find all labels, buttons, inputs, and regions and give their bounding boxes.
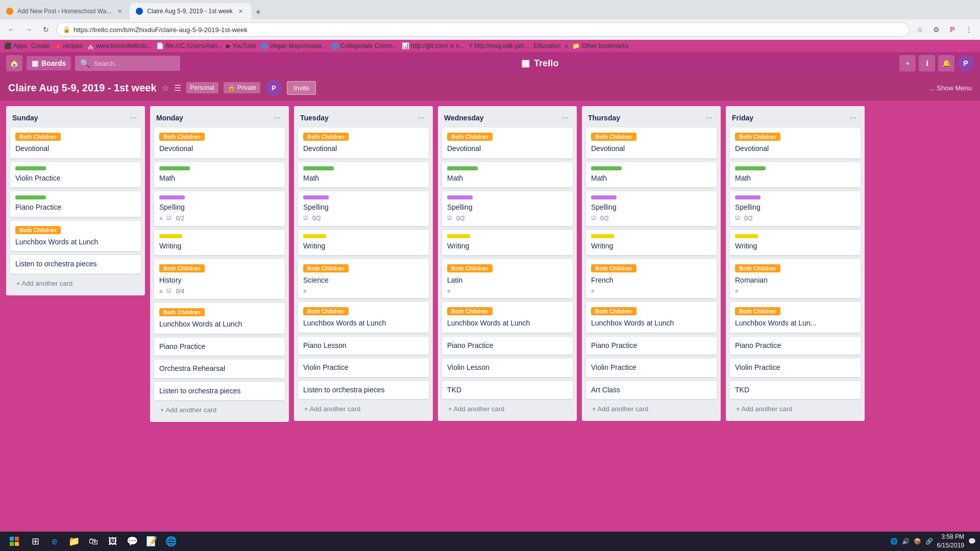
- boards-button[interactable]: ▦ Boards: [27, 56, 71, 70]
- card-s3[interactable]: Piano Practice: [10, 191, 141, 217]
- card-t6[interactable]: Both ChildrenLunchbox Words at Lunch: [298, 302, 429, 333]
- invite-button[interactable]: Invite: [287, 81, 316, 95]
- search-input[interactable]: [93, 60, 175, 67]
- card-f6[interactable]: Both ChildrenLunchbox Words at Lun...: [730, 302, 861, 333]
- explorer-icon[interactable]: 📁: [65, 534, 83, 549]
- board-avatar[interactable]: P: [265, 80, 282, 96]
- private-tag[interactable]: 🔒 Private: [224, 82, 260, 93]
- card-th7[interactable]: Piano Practice: [586, 337, 717, 355]
- tab-close-blog[interactable]: ✕: [115, 7, 124, 15]
- bookmark-create[interactable]: Create: [31, 42, 50, 49]
- card-f7[interactable]: Piano Practice: [730, 337, 861, 355]
- bookmark-collegedale[interactable]: 🌐 Collegedale Comm...: [331, 42, 398, 49]
- card-m6[interactable]: Both ChildrenLunchbox Words at Lunch: [154, 303, 285, 334]
- extensions-icon[interactable]: ⚙: [929, 22, 943, 37]
- card-w5[interactable]: Both ChildrenLatin≡: [442, 259, 573, 298]
- bookmark-apps[interactable]: ⬛ Apps: [4, 42, 27, 49]
- card-t5[interactable]: Both ChildrenScience≡: [298, 259, 429, 298]
- card-s5[interactable]: Listen to orchestra pieces: [10, 255, 141, 273]
- card-f1[interactable]: Both ChildrenDevotional: [730, 128, 861, 158]
- info-button[interactable]: ℹ: [919, 55, 935, 71]
- card-w4[interactable]: Writing: [442, 230, 573, 256]
- bookmark-recipes[interactable]: 🔖 recipes: [54, 42, 83, 49]
- personal-tag[interactable]: Personal: [186, 82, 218, 93]
- card-w6[interactable]: Both ChildrenLunchbox Words at Lunch: [442, 302, 573, 333]
- add-card-btn-wednesday[interactable]: + Add another card: [442, 401, 573, 417]
- card-w1[interactable]: Both ChildrenDevotional: [442, 128, 573, 158]
- card-w2[interactable]: Math: [442, 162, 573, 188]
- card-th8[interactable]: Violin Practice: [586, 359, 717, 377]
- user-avatar[interactable]: P: [958, 55, 974, 71]
- card-t9[interactable]: Listen to orchestra pieces: [298, 381, 429, 399]
- card-th3[interactable]: Spelling☑0/2: [586, 191, 717, 226]
- card-t2[interactable]: Math: [298, 162, 429, 188]
- chrome-taskbar-icon[interactable]: 🌐: [162, 534, 180, 549]
- card-t3[interactable]: Spelling☑0/2: [298, 191, 429, 226]
- card-t7[interactable]: Piano Lesson: [298, 337, 429, 355]
- bookmark-knoxville[interactable]: ⛪ www.knoxvillefirstc...: [87, 42, 152, 49]
- taskview-button[interactable]: ⊞: [27, 534, 44, 549]
- bookmark-more[interactable]: »: [565, 42, 569, 49]
- bookmark-youtube[interactable]: ▶ YouTube: [226, 42, 256, 49]
- store-icon[interactable]: 🛍: [85, 534, 102, 549]
- card-w8[interactable]: Violin Lesson: [442, 359, 573, 377]
- address-bar[interactable]: 🔒 https://trello.com/b/mZhixduF/claire-a…: [56, 22, 910, 37]
- bookmark-yahoo[interactable]: Y http://msg.edit.yah...: [469, 42, 529, 49]
- forward-button[interactable]: →: [21, 22, 36, 37]
- column-menu-sunday[interactable]: ···: [128, 111, 139, 124]
- pinterest-icon[interactable]: P: [945, 22, 960, 37]
- add-card-btn-sunday[interactable]: + Add another card: [10, 276, 141, 291]
- card-f4[interactable]: Writing: [730, 230, 861, 256]
- card-t8[interactable]: Violin Practice: [298, 359, 429, 377]
- card-th6[interactable]: Both ChildrenLunchbox Words at Lunch: [586, 302, 717, 333]
- card-f8[interactable]: Violin Practice: [730, 359, 861, 377]
- card-m1[interactable]: Both ChildrenDevotional: [154, 128, 285, 158]
- card-f2[interactable]: Math: [730, 162, 861, 188]
- bookmark-vegan[interactable]: 🌐 Vegan Mayonnaise...: [260, 42, 327, 49]
- card-m4[interactable]: Writing: [154, 230, 285, 256]
- add-card-btn-friday[interactable]: + Add another card: [730, 401, 861, 417]
- add-card-btn-thursday[interactable]: + Add another card: [586, 401, 717, 417]
- new-tab-button[interactable]: +: [251, 5, 265, 19]
- card-th5[interactable]: Both ChildrenFrench≡: [586, 259, 717, 298]
- column-menu-thursday[interactable]: ···: [704, 111, 715, 124]
- card-th1[interactable]: Both ChildrenDevotional: [586, 128, 717, 158]
- start-button[interactable]: [4, 534, 24, 549]
- card-m2[interactable]: Math: [154, 162, 285, 188]
- card-s1[interactable]: Both ChildrenDevotional: [10, 128, 141, 158]
- add-card-btn-monday[interactable]: + Add another card: [154, 402, 285, 418]
- bookmark-other[interactable]: 📁 Other bookmarks: [572, 42, 628, 49]
- card-t1[interactable]: Both ChildrenDevotional: [298, 128, 429, 158]
- bookmark-file[interactable]: 📄 file:///C:/Users/Adri...: [156, 42, 222, 49]
- chrome-menu[interactable]: ⋮: [962, 22, 976, 37]
- word-icon[interactable]: 📝: [143, 534, 160, 549]
- show-menu-button[interactable]: ... Show Menu: [929, 84, 972, 92]
- skype-icon[interactable]: 💬: [124, 534, 141, 549]
- card-m3[interactable]: Spelling≡☑0/2: [154, 191, 285, 226]
- reload-button[interactable]: ↻: [39, 22, 53, 37]
- card-w9[interactable]: TKD: [442, 381, 573, 399]
- bookmark-jjill[interactable]: 📊 http://jjill.com/ is n...: [402, 42, 464, 49]
- card-th9[interactable]: Art Class: [586, 381, 717, 399]
- column-menu-friday[interactable]: ···: [848, 111, 859, 124]
- tab-blog[interactable]: Add New Post ‹ Homeschool Wa... ✕: [0, 3, 130, 19]
- menu-icon[interactable]: ☰: [174, 83, 181, 93]
- taskbar-clock[interactable]: 3:58 PM 6/15/2019: [937, 533, 964, 550]
- tab-trello[interactable]: Claire Aug 5-9, 2019 - 1st week ✕: [130, 3, 251, 19]
- back-button[interactable]: ←: [4, 22, 18, 37]
- card-th2[interactable]: Math: [586, 162, 717, 188]
- card-f3[interactable]: Spelling☑0/2: [730, 191, 861, 226]
- card-f9[interactable]: TKD: [730, 381, 861, 399]
- card-w7[interactable]: Piano Practice: [442, 337, 573, 355]
- card-m8[interactable]: Orchestra Rehearsal: [154, 360, 285, 378]
- photos-icon[interactable]: 🖼: [104, 534, 121, 549]
- home-button[interactable]: 🏠: [6, 55, 22, 71]
- card-s2[interactable]: Violin Practice: [10, 162, 141, 188]
- card-m7[interactable]: Piano Practice: [154, 338, 285, 356]
- card-m9[interactable]: Listen to orchestra pieces: [154, 382, 285, 400]
- card-w3[interactable]: Spelling☑0/2: [442, 191, 573, 226]
- column-menu-wednesday[interactable]: ···: [560, 111, 571, 124]
- ie-icon[interactable]: e: [46, 534, 63, 549]
- card-s4[interactable]: Both ChildrenLunchbox Words at Lunch: [10, 221, 141, 252]
- column-menu-tuesday[interactable]: ···: [416, 111, 427, 124]
